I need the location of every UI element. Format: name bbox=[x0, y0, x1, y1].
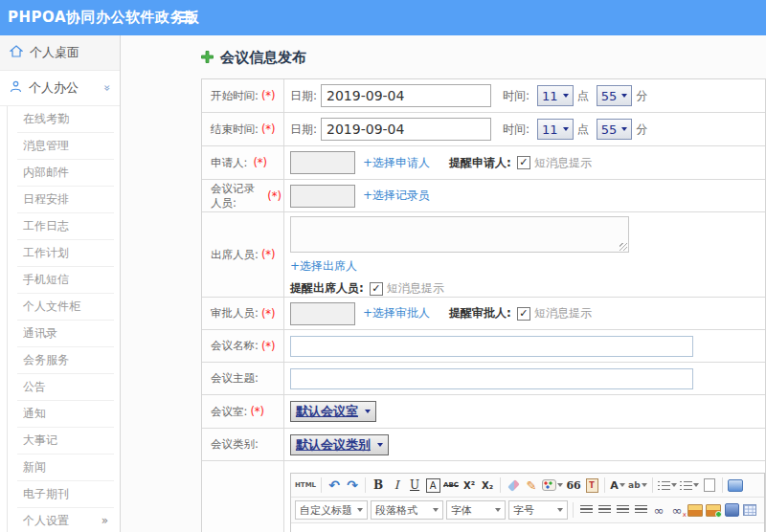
time-label: 时间: bbox=[503, 122, 529, 138]
row-meeting-category: 会议类别: 默认会议类别 bbox=[202, 429, 765, 461]
select-arrow-icon bbox=[621, 94, 627, 98]
font-style-icon[interactable]: A bbox=[426, 478, 440, 493]
html-source-button[interactable]: HTML bbox=[295, 477, 316, 494]
meeting-topic-input[interactable] bbox=[290, 368, 693, 389]
redo-icon[interactable]: ↷ bbox=[345, 477, 360, 494]
align-center-icon[interactable] bbox=[597, 501, 612, 519]
strikethrough-icon[interactable]: ABC bbox=[443, 477, 459, 494]
paragraph-format-dropdown[interactable]: 段落格式 bbox=[371, 500, 443, 520]
select-arrow-icon bbox=[377, 443, 383, 447]
sidebar-item-e-journal[interactable]: 电子期刊 bbox=[17, 481, 114, 508]
row-approver: 审批人员:(*) +选择审批人 提醒审批人: ✓ 短消息提示 bbox=[202, 298, 765, 330]
highlight-icon[interactable]: ab bbox=[628, 477, 647, 494]
align-right-icon[interactable] bbox=[615, 501, 630, 519]
subscript-icon[interactable]: X₂ bbox=[480, 477, 495, 494]
font-color-icon[interactable]: A bbox=[610, 477, 625, 494]
blockquote-icon[interactable]: 66 bbox=[566, 477, 581, 494]
required-mark: (*) bbox=[261, 122, 276, 136]
superscript-icon[interactable]: X² bbox=[462, 477, 477, 494]
select-arrow-icon bbox=[563, 127, 569, 131]
sidebar-item-messages[interactable]: 消息管理 bbox=[17, 133, 114, 160]
sms-label: 短消息提示 bbox=[534, 305, 592, 321]
insert-link-icon[interactable]: ∞ bbox=[651, 501, 666, 519]
format-brush-icon[interactable]: ✎ bbox=[524, 477, 539, 494]
unordered-list-icon[interactable] bbox=[680, 477, 699, 494]
custom-title-dropdown[interactable]: 自定义标题 bbox=[295, 500, 368, 520]
sms-label: 短消息提示 bbox=[534, 155, 592, 171]
italic-icon[interactable]: I bbox=[389, 477, 404, 494]
remove-link-icon[interactable]: ∞ bbox=[669, 501, 685, 519]
start-minute-select[interactable]: 55 bbox=[597, 85, 633, 106]
menu-icon[interactable]: ≡ bbox=[178, 0, 194, 35]
select-arrow-icon bbox=[365, 410, 371, 413]
fullscreen-icon[interactable] bbox=[728, 477, 743, 494]
sidebar-item-work-plan[interactable]: 工作计划 bbox=[17, 240, 114, 267]
ordered-list-icon[interactable] bbox=[658, 477, 677, 494]
new-page-icon[interactable] bbox=[702, 477, 717, 494]
sidebar-submenu: 在线考勤 消息管理 内部邮件 日程安排 工作日志 工作计划 手机短信 个人文件柜… bbox=[0, 106, 120, 532]
sidebar-item-office[interactable]: 个人办公 » bbox=[0, 71, 120, 106]
choose-recorder-link[interactable]: +选择记录员 bbox=[363, 188, 430, 204]
recorder-input[interactable] bbox=[290, 185, 355, 208]
end-date-input[interactable] bbox=[321, 118, 491, 141]
choose-approver-link[interactable]: +选择审批人 bbox=[363, 305, 430, 321]
meeting-room-select[interactable]: 默认会议室 bbox=[290, 401, 376, 422]
field-label: 开始时间: bbox=[211, 89, 259, 103]
approver-sms-checkbox[interactable]: ✓ bbox=[517, 307, 530, 321]
color-palette-icon[interactable] bbox=[542, 477, 563, 494]
align-justify-icon[interactable] bbox=[633, 501, 648, 519]
sidebar-item-sms[interactable]: 手机短信 bbox=[17, 267, 114, 294]
row-applicant: 申请人:(*) +选择申请人 提醒申请人: ✓ 短消息提示 bbox=[202, 146, 765, 180]
select-arrow-icon bbox=[563, 94, 569, 98]
insert-table-icon[interactable] bbox=[742, 501, 757, 519]
font-family-dropdown[interactable]: 字体 bbox=[446, 500, 506, 520]
editor-content-area[interactable] bbox=[291, 523, 764, 532]
sidebar-item-contacts[interactable]: 通讯录 bbox=[17, 321, 114, 347]
start-date-input[interactable] bbox=[321, 84, 491, 107]
meeting-name-input[interactable] bbox=[290, 336, 693, 357]
meeting-category-select[interactable]: 默认会议类别 bbox=[290, 434, 389, 455]
sidebar-item-schedule[interactable]: 日程安排 bbox=[17, 187, 114, 213]
applicant-sms-checkbox[interactable]: ✓ bbox=[517, 156, 530, 169]
sidebar-item-big-events[interactable]: 大事记 bbox=[17, 428, 114, 454]
home-icon bbox=[10, 45, 23, 60]
sidebar-item-label: 个人桌面 bbox=[30, 44, 79, 61]
row-recorder: 会议记录人员:(*) +选择记录员 bbox=[202, 180, 765, 212]
upload-image-icon[interactable] bbox=[706, 501, 721, 519]
sidebar-item-notice[interactable]: 通知 bbox=[17, 401, 114, 428]
font-size-dropdown[interactable]: 字号 bbox=[508, 500, 568, 520]
attendees-sms-checkbox[interactable]: ✓ bbox=[370, 282, 383, 296]
sidebar-item-announcement[interactable]: 公告 bbox=[17, 374, 114, 401]
eraser-icon[interactable] bbox=[506, 477, 521, 494]
applicant-input[interactable] bbox=[290, 151, 355, 174]
approver-input[interactable] bbox=[290, 302, 355, 325]
date-label: 日期: bbox=[290, 88, 317, 104]
attendees-textarea[interactable] bbox=[290, 216, 629, 253]
insert-media-icon[interactable] bbox=[724, 501, 739, 519]
sidebar-item-meeting-service[interactable]: 会务服务 bbox=[17, 347, 114, 374]
choose-attendees-link[interactable]: +选择出席人 bbox=[290, 258, 357, 275]
undo-icon[interactable]: ↶ bbox=[327, 477, 342, 494]
choose-applicant-link[interactable]: +选择申请人 bbox=[363, 155, 430, 171]
insert-image-icon[interactable] bbox=[687, 501, 703, 519]
start-hour-select[interactable]: 11 bbox=[537, 85, 574, 106]
end-hour-select[interactable]: 11 bbox=[537, 119, 574, 140]
remind-attendees-label: 提醒出席人员: bbox=[290, 280, 364, 297]
paste-icon[interactable]: T bbox=[584, 477, 599, 494]
bold-icon[interactable]: B bbox=[371, 477, 386, 494]
sidebar-item-file-cabinet[interactable]: 个人文件柜 bbox=[17, 294, 114, 321]
sidebar-item-attendance[interactable]: 在线考勤 bbox=[17, 106, 114, 133]
align-left-icon[interactable] bbox=[578, 501, 594, 519]
sidebar-item-internal-mail[interactable]: 内部邮件 bbox=[17, 160, 114, 187]
sidebar-item-news[interactable]: 新闻 bbox=[17, 454, 114, 481]
date-label: 日期: bbox=[290, 122, 317, 138]
required-mark: (*) bbox=[261, 340, 276, 353]
row-meeting-room: 会议室:(*) 默认会议室 bbox=[202, 395, 765, 429]
underline-icon[interactable]: U bbox=[407, 477, 422, 494]
chevron-right-icon: » bbox=[101, 508, 108, 532]
sidebar-item-personal-settings[interactable]: 个人设置 » bbox=[17, 508, 114, 532]
end-minute-select[interactable]: 55 bbox=[597, 119, 633, 140]
sidebar-item-desktop[interactable]: 个人桌面 bbox=[0, 35, 120, 71]
editor-toolbar-bottom: 自定义标题 段落格式 字体 字号 ∞ ∞ bbox=[291, 498, 764, 523]
sidebar-item-work-log[interactable]: 工作日志 bbox=[17, 213, 114, 240]
